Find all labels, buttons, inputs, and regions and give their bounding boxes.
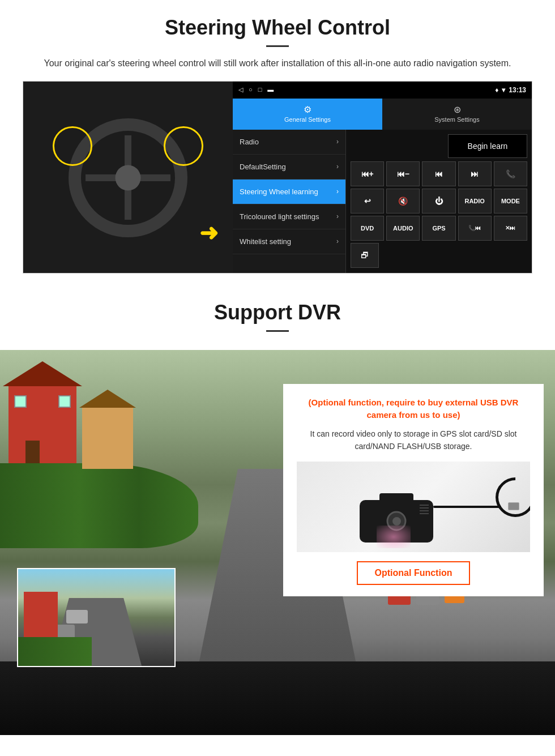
- menu-item-tricoloured[interactable]: Tricoloured light settings ›: [233, 204, 345, 229]
- building-2: [82, 407, 133, 469]
- dvr-camera-image: [297, 462, 530, 552]
- dvr-info-card: (Optional function, require to buy exter…: [283, 384, 544, 597]
- building-2-body: [82, 407, 133, 469]
- house-body: [8, 384, 76, 463]
- dvr-title-area: Support DVR: [0, 287, 555, 350]
- vol-down-button[interactable]: ⏮−: [386, 161, 420, 186]
- menu-item-default-label: DefaultSetting: [240, 163, 286, 171]
- menu-item-steering-label: Steering Wheel learning: [240, 187, 318, 196]
- chevron-icon-4: ›: [336, 212, 339, 220]
- menu-item-steering-wheel[interactable]: Steering Wheel learning ›: [233, 180, 345, 204]
- call-prev-button[interactable]: 📞⏮: [458, 216, 492, 241]
- menu-item-radio-label: Radio: [240, 138, 259, 146]
- steering-wheel-photo: ➜: [23, 82, 233, 274]
- statusbar-status-icons: ♦ ▾ 13:13: [495, 86, 526, 94]
- camera-vents: [420, 505, 429, 514]
- recents-icon[interactable]: □: [258, 86, 262, 93]
- dvr-optional-text: (Optional function, require to buy exter…: [297, 396, 530, 422]
- menu-item-whitelist[interactable]: Whitelist setting ›: [233, 229, 345, 254]
- optional-function-button[interactable]: Optional Function: [357, 561, 471, 585]
- camera-mount: [379, 493, 413, 501]
- next-button[interactable]: ⏭: [458, 161, 492, 186]
- begin-learn-area: Begin learn: [351, 134, 527, 158]
- building-2-roof: [79, 390, 136, 408]
- tab-system-label: System Settings: [434, 116, 479, 123]
- steering-desc: Your original car's steering wheel contr…: [34, 56, 521, 71]
- camera-light: [377, 526, 411, 548]
- control-row-1: ⏮+ ⏮− ⏮ ⏭ 📞: [351, 161, 527, 186]
- time-display: 13:13: [509, 86, 526, 94]
- dvr-description: It can record video only to storage in G…: [297, 428, 530, 453]
- house-door: [25, 441, 40, 463]
- house-roof: [3, 361, 82, 386]
- steering-wheel-ring: [69, 118, 187, 237]
- android-content: Radio › DefaultSetting › Steering Wheel …: [233, 130, 532, 273]
- steering-panel: ➜ ◁ ○ □ ▬ ♦ ▾ 13:13 ⚙: [23, 81, 532, 274]
- audio-button[interactable]: AUDIO: [386, 216, 420, 241]
- camera-assembly: [360, 489, 433, 543]
- house-window2: [58, 395, 71, 408]
- wifi-icon: ▾: [502, 86, 505, 94]
- tab-general-label: General Settings: [284, 116, 331, 123]
- extra-button[interactable]: 🗗: [351, 243, 379, 268]
- mute-button[interactable]: 🔇: [386, 189, 420, 213]
- tab-system-settings[interactable]: ⊛ System Settings: [382, 99, 532, 130]
- dvr-thumbnail: [17, 568, 176, 667]
- building-group: [8, 384, 76, 463]
- usb-connector: [508, 502, 519, 510]
- vent-2: [420, 507, 429, 509]
- menu-item-tricoloured-label: Tricoloured light settings: [240, 212, 319, 221]
- gps-button[interactable]: GPS: [422, 216, 455, 241]
- home-icon[interactable]: ○: [249, 86, 253, 93]
- mode-button[interactable]: MODE: [494, 189, 527, 213]
- optional-function-container: Optional Function: [297, 561, 530, 585]
- vent-4: [420, 513, 429, 514]
- statusbar-nav-icons: ◁ ○ □ ▬: [238, 86, 274, 93]
- dvr-title-divider: [266, 330, 289, 332]
- android-tabs: ⚙ General Settings ⊛ System Settings: [233, 99, 532, 130]
- thumbnail-image: [18, 569, 174, 666]
- menu-item-radio[interactable]: Radio ›: [233, 130, 345, 155]
- usb-cable: [433, 506, 501, 508]
- dashboard-area: [0, 661, 555, 735]
- power-button[interactable]: ⏻: [422, 189, 455, 213]
- radio-button[interactable]: RADIO: [458, 189, 492, 213]
- dvr-section: Support DVR: [0, 287, 555, 735]
- android-ui-panel: ◁ ○ □ ▬ ♦ ▾ 13:13 ⚙ General Settings: [233, 82, 532, 273]
- control-row-4: 🗗: [351, 243, 527, 268]
- system-icon: ⊛: [385, 104, 529, 115]
- vol-up-button[interactable]: ⏮+: [351, 161, 384, 186]
- hedge-element: [0, 463, 198, 548]
- settings-menu: Radio › DefaultSetting › Steering Wheel …: [233, 130, 346, 273]
- back-icon[interactable]: ◁: [238, 86, 243, 93]
- cable-coil: [488, 469, 530, 525]
- android-statusbar: ◁ ○ □ ▬ ♦ ▾ 13:13: [233, 82, 532, 99]
- menu-icon[interactable]: ▬: [267, 86, 274, 93]
- chevron-icon-3: ›: [336, 187, 339, 195]
- camera-lens-inner: [392, 517, 401, 526]
- gear-icon: ⚙: [236, 104, 379, 115]
- end-next-button[interactable]: ✕⏭: [494, 216, 527, 241]
- title-divider: [266, 45, 289, 47]
- camera-body: [360, 500, 433, 543]
- dvd-button[interactable]: DVD: [351, 216, 384, 241]
- chevron-icon-2: ›: [336, 163, 339, 170]
- thumb-hedge: [18, 637, 92, 667]
- highlight-right: [164, 126, 203, 166]
- call-button[interactable]: 📞: [494, 161, 527, 186]
- dvr-title: Support DVR: [23, 301, 532, 324]
- steering-section: Steering Wheel Control Your original car…: [0, 0, 555, 274]
- chevron-icon-5: ›: [336, 237, 339, 245]
- arrow-indicator: ➜: [199, 220, 219, 246]
- steering-title: Steering Wheel Control: [23, 16, 532, 40]
- thumb-car-2: [66, 610, 88, 623]
- control-row-3: DVD AUDIO GPS 📞⏮ ✕⏭: [351, 216, 527, 241]
- hangup-button[interactable]: ↩: [351, 189, 384, 213]
- begin-learn-button[interactable]: Begin learn: [448, 134, 527, 158]
- location-icon: ♦: [495, 86, 498, 94]
- prev-button[interactable]: ⏮: [422, 161, 455, 186]
- tab-general-settings[interactable]: ⚙ General Settings: [233, 99, 382, 130]
- menu-item-default-setting[interactable]: DefaultSetting ›: [233, 155, 345, 180]
- thumb-house: [24, 592, 58, 637]
- menu-item-whitelist-label: Whitelist setting: [240, 237, 291, 246]
